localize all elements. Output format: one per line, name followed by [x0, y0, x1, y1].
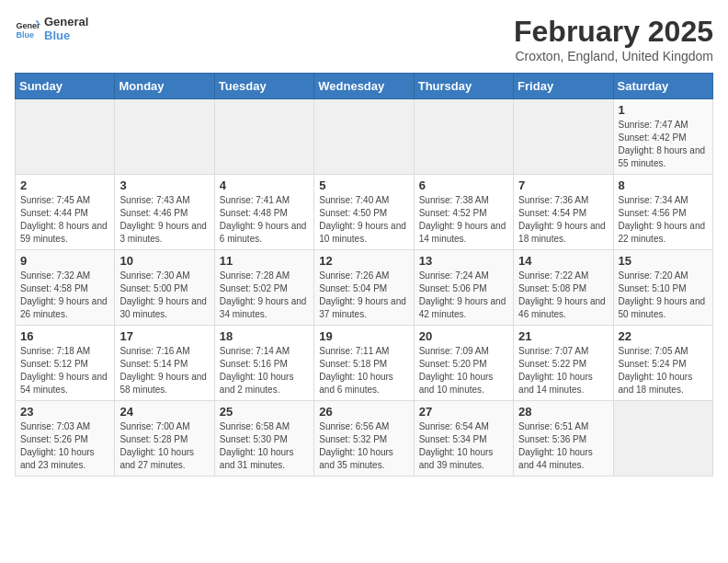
calendar-week-row: 9Sunrise: 7:32 AM Sunset: 4:58 PM Daylig…: [16, 250, 713, 326]
calendar-week-row: 1Sunrise: 7:47 AM Sunset: 4:42 PM Daylig…: [16, 99, 713, 175]
day-number: 6: [419, 178, 508, 192]
calendar-table: SundayMondayTuesdayWednesdayThursdayFrid…: [15, 73, 713, 477]
calendar-cell: 16Sunrise: 7:18 AM Sunset: 5:12 PM Dayli…: [16, 326, 115, 401]
calendar-cell: 3Sunrise: 7:43 AM Sunset: 4:46 PM Daylig…: [115, 175, 214, 250]
calendar-cell: 1Sunrise: 7:47 AM Sunset: 4:42 PM Daylig…: [613, 99, 712, 175]
day-info: Sunrise: 7:16 AM Sunset: 5:14 PM Dayligh…: [119, 345, 209, 396]
day-number: 5: [319, 178, 408, 192]
day-info: Sunrise: 6:51 AM Sunset: 5:36 PM Dayligh…: [518, 420, 608, 472]
day-number: 27: [419, 405, 508, 419]
header-day-wednesday: Wednesday: [314, 74, 414, 99]
day-info: Sunrise: 6:58 AM Sunset: 5:30 PM Dayligh…: [220, 420, 309, 472]
calendar-cell: 5Sunrise: 7:40 AM Sunset: 4:50 PM Daylig…: [314, 175, 414, 250]
day-info: Sunrise: 7:20 AM Sunset: 5:10 PM Dayligh…: [619, 270, 708, 321]
day-number: 18: [220, 329, 309, 343]
logo-wordmark: General Blue: [44, 15, 88, 42]
calendar-cell: 8Sunrise: 7:34 AM Sunset: 4:56 PM Daylig…: [613, 175, 712, 250]
header-day-sunday: Sunday: [16, 74, 115, 99]
calendar-cell: 13Sunrise: 7:24 AM Sunset: 5:06 PM Dayli…: [414, 250, 513, 326]
location: Croxton, England, United Kingdom: [514, 49, 713, 63]
page-header: General Blue General Blue February 2025 …: [15, 15, 713, 63]
day-info: Sunrise: 7:26 AM Sunset: 5:04 PM Dayligh…: [319, 270, 408, 321]
calendar-cell: 12Sunrise: 7:26 AM Sunset: 5:04 PM Dayli…: [314, 250, 414, 326]
day-info: Sunrise: 7:22 AM Sunset: 5:08 PM Dayligh…: [518, 270, 608, 321]
day-number: 16: [20, 329, 109, 343]
calendar-cell: [613, 401, 712, 477]
calendar-cell: 9Sunrise: 7:32 AM Sunset: 4:58 PM Daylig…: [16, 250, 115, 326]
day-info: Sunrise: 7:47 AM Sunset: 4:42 PM Dayligh…: [619, 119, 708, 170]
day-info: Sunrise: 7:43 AM Sunset: 4:46 PM Dayligh…: [119, 194, 209, 246]
day-number: 25: [220, 405, 309, 419]
logo-icon: General Blue: [15, 16, 40, 41]
day-number: 4: [220, 178, 309, 192]
calendar-cell: 6Sunrise: 7:38 AM Sunset: 4:52 PM Daylig…: [414, 175, 513, 250]
logo-line2: Blue: [44, 29, 88, 42]
day-number: 22: [619, 329, 708, 343]
day-info: Sunrise: 7:32 AM Sunset: 4:58 PM Dayligh…: [20, 270, 109, 321]
day-number: 17: [119, 329, 209, 343]
day-number: 8: [619, 178, 708, 192]
day-number: 15: [619, 254, 708, 268]
day-info: Sunrise: 7:18 AM Sunset: 5:12 PM Dayligh…: [20, 345, 109, 396]
calendar-cell: 18Sunrise: 7:14 AM Sunset: 5:16 PM Dayli…: [214, 326, 313, 401]
calendar-cell: 26Sunrise: 6:56 AM Sunset: 5:32 PM Dayli…: [314, 401, 414, 477]
calendar-cell: 11Sunrise: 7:28 AM Sunset: 5:02 PM Dayli…: [214, 250, 313, 326]
svg-text:General: General: [16, 21, 40, 30]
calendar-cell: 20Sunrise: 7:09 AM Sunset: 5:20 PM Dayli…: [414, 326, 513, 401]
day-number: 13: [419, 254, 508, 268]
day-info: Sunrise: 7:09 AM Sunset: 5:20 PM Dayligh…: [419, 345, 508, 396]
day-info: Sunrise: 7:34 AM Sunset: 4:56 PM Dayligh…: [619, 194, 708, 246]
calendar-cell: 10Sunrise: 7:30 AM Sunset: 5:00 PM Dayli…: [115, 250, 214, 326]
header-day-thursday: Thursday: [414, 74, 513, 99]
day-info: Sunrise: 7:40 AM Sunset: 4:50 PM Dayligh…: [319, 194, 408, 246]
header-day-tuesday: Tuesday: [214, 74, 313, 99]
calendar-header-row: SundayMondayTuesdayWednesdayThursdayFrid…: [16, 74, 713, 99]
calendar-cell: 2Sunrise: 7:45 AM Sunset: 4:44 PM Daylig…: [16, 175, 115, 250]
calendar-cell: 21Sunrise: 7:07 AM Sunset: 5:22 PM Dayli…: [514, 326, 613, 401]
day-number: 12: [319, 254, 408, 268]
day-number: 10: [119, 254, 209, 268]
day-number: 20: [419, 329, 508, 343]
month-title: February 2025: [514, 15, 713, 49]
day-number: 21: [518, 329, 608, 343]
calendar-cell: 14Sunrise: 7:22 AM Sunset: 5:08 PM Dayli…: [514, 250, 613, 326]
day-info: Sunrise: 7:11 AM Sunset: 5:18 PM Dayligh…: [319, 345, 408, 396]
calendar-cell: 4Sunrise: 7:41 AM Sunset: 4:48 PM Daylig…: [214, 175, 313, 250]
calendar-cell: 27Sunrise: 6:54 AM Sunset: 5:34 PM Dayli…: [414, 401, 513, 477]
day-number: 3: [119, 178, 209, 192]
day-number: 11: [220, 254, 309, 268]
day-number: 19: [319, 329, 408, 343]
calendar-cell: 19Sunrise: 7:11 AM Sunset: 5:18 PM Dayli…: [314, 326, 414, 401]
day-number: 9: [20, 254, 109, 268]
day-number: 2: [20, 178, 109, 192]
calendar-cell: 28Sunrise: 6:51 AM Sunset: 5:36 PM Dayli…: [514, 401, 613, 477]
calendar-cell: 23Sunrise: 7:03 AM Sunset: 5:26 PM Dayli…: [16, 401, 115, 477]
calendar-cell: [16, 99, 115, 175]
calendar-week-row: 23Sunrise: 7:03 AM Sunset: 5:26 PM Dayli…: [16, 401, 713, 477]
day-info: Sunrise: 7:28 AM Sunset: 5:02 PM Dayligh…: [220, 270, 309, 321]
title-block: February 2025 Croxton, England, United K…: [514, 15, 713, 63]
day-info: Sunrise: 7:45 AM Sunset: 4:44 PM Dayligh…: [20, 194, 109, 246]
day-number: 26: [319, 405, 408, 419]
day-info: Sunrise: 7:24 AM Sunset: 5:06 PM Dayligh…: [419, 270, 508, 321]
calendar-week-row: 16Sunrise: 7:18 AM Sunset: 5:12 PM Dayli…: [16, 326, 713, 401]
day-info: Sunrise: 7:03 AM Sunset: 5:26 PM Dayligh…: [20, 420, 109, 472]
day-info: Sunrise: 7:14 AM Sunset: 5:16 PM Dayligh…: [220, 345, 309, 396]
day-number: 23: [20, 405, 109, 419]
day-info: Sunrise: 7:05 AM Sunset: 5:24 PM Dayligh…: [619, 345, 708, 396]
header-day-friday: Friday: [514, 74, 613, 99]
calendar-cell: [314, 99, 414, 175]
logo-line1: General: [44, 15, 88, 29]
calendar-cell: 25Sunrise: 6:58 AM Sunset: 5:30 PM Dayli…: [214, 401, 313, 477]
day-info: Sunrise: 7:00 AM Sunset: 5:28 PM Dayligh…: [119, 420, 209, 472]
day-info: Sunrise: 7:41 AM Sunset: 4:48 PM Dayligh…: [220, 194, 309, 246]
calendar-cell: [414, 99, 513, 175]
header-day-saturday: Saturday: [613, 74, 712, 99]
logo: General Blue General Blue: [15, 15, 88, 42]
calendar-cell: [514, 99, 613, 175]
day-info: Sunrise: 6:54 AM Sunset: 5:34 PM Dayligh…: [419, 420, 508, 472]
day-info: Sunrise: 7:30 AM Sunset: 5:00 PM Dayligh…: [119, 270, 209, 321]
day-info: Sunrise: 7:07 AM Sunset: 5:22 PM Dayligh…: [518, 345, 608, 396]
calendar-cell: 24Sunrise: 7:00 AM Sunset: 5:28 PM Dayli…: [115, 401, 214, 477]
day-number: 14: [518, 254, 608, 268]
